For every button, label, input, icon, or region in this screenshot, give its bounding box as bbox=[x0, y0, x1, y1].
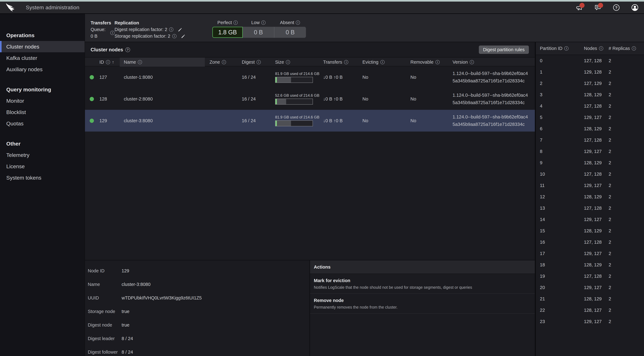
info-icon[interactable]: i bbox=[234, 21, 238, 25]
column-header-name[interactable]: Name i bbox=[120, 58, 205, 67]
cluster-node-row[interactable]: 129 cluster-3:8080 16 / 24 81.9 GB used … bbox=[85, 110, 535, 131]
info-icon[interactable]: i bbox=[256, 60, 261, 64]
node-detail-value: 8 / 24 bbox=[122, 349, 310, 355]
action-item[interactable]: Remove node Permanently removes the node… bbox=[310, 294, 535, 314]
edit-digest-replication-button[interactable] bbox=[178, 27, 182, 32]
partition-row: 9 128, 129 2 bbox=[536, 157, 644, 168]
info-icon[interactable]: i bbox=[169, 27, 173, 32]
help-button[interactable]: ? bbox=[612, 4, 620, 12]
info-icon[interactable]: i bbox=[564, 46, 568, 51]
node-evicting: No bbox=[362, 75, 410, 80]
partition-replicas: 2 bbox=[608, 149, 644, 154]
partition-nodes: 127, 128 bbox=[584, 137, 608, 143]
action-title[interactable]: Mark for eviction bbox=[314, 278, 531, 283]
sidebar-item[interactable]: Kafka cluster bbox=[0, 52, 85, 64]
partition-row: 4 127, 128 2 bbox=[536, 100, 644, 112]
info-icon[interactable]: i bbox=[470, 60, 474, 64]
info-icon[interactable]: i bbox=[599, 46, 603, 51]
partition-id: 10 bbox=[540, 171, 584, 177]
node-status-online-icon bbox=[90, 97, 94, 101]
help-circle-icon[interactable]: ? bbox=[125, 47, 130, 52]
partition-nodes: 129, 127 bbox=[584, 251, 608, 256]
info-icon[interactable]: i bbox=[106, 60, 110, 64]
column-header-size[interactable]: Size i bbox=[275, 60, 323, 65]
info-icon[interactable]: i bbox=[110, 31, 114, 35]
disk-usage-bar-marker bbox=[276, 99, 277, 104]
info-icon[interactable]: i bbox=[138, 60, 142, 64]
action-item[interactable]: Mark for eviction Notifies LogScale that… bbox=[310, 274, 535, 294]
partition-replicas: 2 bbox=[608, 296, 644, 301]
partition-row: 18 128, 129 2 bbox=[536, 259, 644, 270]
absent-value-badge[interactable]: 0 B bbox=[274, 27, 306, 38]
partition-row: 0 127, 128 2 bbox=[536, 55, 644, 66]
partition-row: 6 128, 129 2 bbox=[536, 123, 644, 134]
user-menu-button[interactable] bbox=[631, 4, 639, 12]
node-detail-row: Digest follower 8 / 24 bbox=[88, 349, 310, 356]
column-header-nodes[interactable]: Nodes i bbox=[584, 46, 608, 51]
edit-storage-replication-button[interactable] bbox=[181, 34, 186, 39]
sidebar-item-label: Cluster nodes bbox=[6, 44, 39, 50]
node-id: 129 bbox=[100, 118, 124, 123]
partition-row: 2 127, 129 2 bbox=[536, 78, 644, 89]
action-title[interactable]: Remove node bbox=[314, 298, 531, 303]
sidebar-item[interactable]: License bbox=[0, 161, 85, 172]
info-icon[interactable]: i bbox=[436, 60, 440, 64]
sidebar-item[interactable]: Cluster nodes bbox=[0, 41, 85, 52]
node-detail-label: Node ID bbox=[88, 268, 122, 273]
partition-nodes: 127, 128 bbox=[584, 103, 608, 109]
low-value-badge[interactable]: 0 B bbox=[243, 27, 274, 38]
column-header-digest[interactable]: Digest i bbox=[242, 60, 275, 65]
disk-usage-bar bbox=[275, 120, 313, 126]
column-header-evicting[interactable]: Evicting i bbox=[362, 60, 410, 65]
sidebar-item[interactable]: Blocklist bbox=[0, 106, 85, 118]
info-icon[interactable]: i bbox=[380, 60, 384, 64]
actions-panel: Actions Mark for eviction Notifies LogSc… bbox=[310, 260, 535, 356]
partition-nodes: 129, 127 bbox=[584, 285, 608, 290]
cluster-node-row[interactable]: 127 cluster-1:8080 16 / 24 81.9 GB used … bbox=[85, 66, 535, 88]
info-icon[interactable]: i bbox=[286, 60, 290, 64]
partition-replicas: 2 bbox=[608, 194, 644, 200]
partition-id: 16 bbox=[540, 240, 584, 245]
column-header-replicas[interactable]: # Replicas i bbox=[608, 46, 644, 51]
info-icon[interactable]: i bbox=[632, 46, 636, 51]
partition-nodes: 127, 128 bbox=[584, 171, 608, 177]
cluster-nodes-title-row: Cluster nodes ? Digest partition rules bbox=[85, 42, 535, 57]
partition-replicas: 2 bbox=[608, 69, 644, 75]
node-status-online-icon bbox=[90, 75, 94, 79]
sidebar-item[interactable]: System tokens bbox=[0, 172, 85, 183]
column-header-version[interactable]: Version i bbox=[452, 60, 535, 65]
partition-replicas: 2 bbox=[608, 206, 644, 211]
node-digest: 16 / 24 bbox=[242, 75, 275, 80]
partition-id: 2 bbox=[540, 81, 584, 86]
disk-usage-bar-fill bbox=[277, 77, 291, 83]
perfect-value-badge[interactable]: 1.8 GB bbox=[212, 27, 243, 38]
node-digest: 16 / 24 bbox=[242, 118, 275, 123]
column-header-transfers[interactable]: Transfers i bbox=[323, 60, 362, 65]
cluster-node-row[interactable]: 128 cluster-2:8080 16 / 24 52.6 GB used … bbox=[85, 88, 535, 110]
svg-text:?: ? bbox=[615, 5, 618, 10]
info-icon[interactable]: i bbox=[261, 21, 266, 25]
info-icon[interactable]: i bbox=[222, 60, 226, 64]
sidebar-item[interactable]: Monitor bbox=[0, 95, 85, 106]
partition-replicas: 2 bbox=[608, 217, 644, 222]
pencil-icon bbox=[178, 27, 182, 32]
sidebar-item[interactable]: Quotas bbox=[0, 118, 85, 129]
column-header-zone[interactable]: Zone i bbox=[210, 60, 242, 65]
info-icon[interactable]: i bbox=[296, 21, 300, 25]
info-icon[interactable]: i bbox=[344, 60, 348, 64]
announcements-button[interactable] bbox=[575, 4, 583, 12]
sidebar-item[interactable]: Telemetry bbox=[0, 149, 85, 161]
partition-id: 8 bbox=[540, 149, 584, 154]
segment-health-widget: Perfect i 1.8 GB Low i 0 B bbox=[212, 19, 306, 38]
node-detail-value: 8 / 24 bbox=[122, 336, 310, 341]
partition-id: 4 bbox=[540, 103, 584, 109]
messages-button[interactable] bbox=[594, 4, 602, 12]
column-header-partition-id[interactable]: Partition ID i bbox=[540, 46, 584, 51]
partition-id: 18 bbox=[540, 262, 584, 267]
sidebar-item[interactable]: Auxiliary nodes bbox=[0, 64, 85, 75]
digest-partition-rules-button[interactable]: Digest partition rules bbox=[479, 46, 529, 54]
partition-replicas: 2 bbox=[608, 228, 644, 233]
column-header-removable[interactable]: Removable i bbox=[410, 60, 452, 65]
info-icon[interactable]: i bbox=[172, 34, 176, 38]
low-label: Low bbox=[251, 20, 260, 25]
